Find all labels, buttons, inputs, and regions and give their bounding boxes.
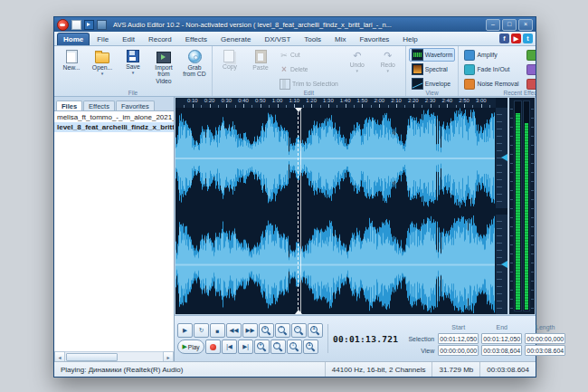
sidebar-tab-effects[interactable]: Effects: [83, 100, 115, 110]
zoom-out-button[interactable]: −: [275, 323, 290, 338]
trim-to-selection-button[interactable]: Trim to Selection: [277, 77, 341, 91]
paste-button[interactable]: Paste: [246, 48, 275, 72]
amplify-button[interactable]: Amplify: [461, 48, 521, 62]
cut-icon: [280, 51, 289, 60]
zoom-vertical-out-button[interactable]: −: [270, 339, 286, 354]
go-to-start-button[interactable]: |◀: [222, 339, 237, 354]
file-list-item[interactable]: melisa_ft_tommo_-_im_alone_2021_(z2.fm).…: [54, 112, 174, 122]
tab-dx-vst[interactable]: DX/VST: [258, 33, 297, 45]
record-button[interactable]: [205, 339, 221, 354]
tab-edit[interactable]: Edit: [116, 33, 141, 45]
channel-left: [175, 108, 507, 208]
meter-bar-right: [523, 100, 530, 311]
grab-from-cd-button[interactable]: Grab from CD: [180, 48, 209, 80]
view-length-value[interactable]: 00:03:08.604: [525, 345, 565, 356]
tab-record[interactable]: Record: [142, 33, 178, 45]
tab-tools[interactable]: Tools: [298, 33, 327, 45]
magnifier-icon: ↔: [294, 326, 304, 336]
sidebar-tab-favorites[interactable]: Favorites: [116, 100, 155, 110]
waveform-right-canvas[interactable]: [175, 215, 495, 315]
save-button[interactable]: Save▾: [119, 48, 147, 77]
timeline-ruler[interactable]: 0:100:200:300:400:501:001:101:201:301:40…: [175, 98, 496, 108]
ribbon-group-recent: AmplifyFade In/OutNoise RemovalEqualizer…: [459, 46, 536, 96]
selection-end-value[interactable]: 00:01:12,050: [481, 333, 522, 344]
view-end-value[interactable]: 00:03:08,604: [481, 345, 522, 356]
copy-button[interactable]: Copy: [215, 48, 244, 72]
folder-icon: [95, 53, 109, 63]
spectral-button[interactable]: Spectral: [409, 62, 456, 76]
ruler-label: 0:10: [187, 98, 198, 103]
new-button[interactable]: New...: [57, 48, 86, 72]
youtube-icon[interactable]: ▶: [511, 33, 521, 43]
magnifier-icon: −: [278, 326, 288, 336]
ruler-label: 0:30: [221, 98, 232, 103]
tab-help[interactable]: Help: [396, 33, 423, 45]
tab-home[interactable]: Home: [57, 33, 90, 45]
envelope-handle-icon[interactable]: [498, 154, 507, 161]
tab-mix[interactable]: Mix: [328, 33, 352, 45]
zoom-full-button[interactable]: ↕: [287, 339, 302, 354]
facebook-icon[interactable]: f: [499, 33, 509, 43]
noise-removal-button[interactable]: Noise Removal: [461, 77, 521, 91]
transport-row-2: ▶Play|◀▶|+−↕1: [177, 339, 323, 354]
rewind-button[interactable]: ◀◀: [226, 323, 242, 338]
copy-label: Copy: [223, 63, 237, 70]
ruler-label: 1:40: [340, 98, 351, 103]
envelope-handle-icon[interactable]: [498, 261, 507, 268]
sidebar-horizontal-scrollbar[interactable]: ◂ ▸: [54, 351, 174, 361]
open-button[interactable]: Open...▾: [88, 48, 117, 78]
selection-marker[interactable]: [298, 108, 299, 314]
zoom-in-button[interactable]: +: [259, 323, 274, 338]
zoom-vertical-in-button[interactable]: +: [254, 339, 270, 354]
zoom-one-to-one-button[interactable]: 1: [303, 339, 318, 354]
main-area: FilesEffectsFavorites melisa_ft_tommo_-_…: [54, 97, 536, 361]
fast-forward-button[interactable]: ▶▶: [242, 323, 258, 338]
waveform-left-canvas[interactable]: [175, 108, 495, 208]
divider: [327, 324, 328, 353]
delete-silence-button[interactable]: Delete Silence: [524, 77, 536, 91]
zoom-ratio-button[interactable]: 1: [308, 323, 323, 338]
channel-gap: [175, 208, 507, 215]
loop-button[interactable]: ↻: [194, 323, 209, 338]
tab-effects[interactable]: Effects: [179, 33, 213, 45]
ruler-label: 1:20: [306, 98, 317, 103]
redo-button[interactable]: Redo▾: [374, 48, 403, 75]
twitter-icon[interactable]: t: [523, 33, 533, 43]
selection-length-value[interactable]: 00:00:00,000: [525, 333, 565, 344]
meter-scale-right: [531, 100, 534, 311]
tab-generate[interactable]: Generate: [214, 33, 257, 45]
zoom-selection-button[interactable]: ↔: [291, 323, 307, 338]
tab-file[interactable]: File: [90, 33, 115, 45]
selection-start-value[interactable]: 00:01:12,050: [438, 333, 479, 344]
column-header-start: Start: [438, 324, 479, 330]
quick-speaker-icon[interactable]: [84, 20, 94, 30]
scrollbar-track[interactable]: [65, 352, 163, 361]
sidebar-tab-files[interactable]: Files: [56, 100, 82, 110]
quick-new-icon[interactable]: [71, 20, 81, 30]
import-from-video-button[interactable]: Import from Video: [149, 48, 178, 86]
play-file-button[interactable]: ▶Play: [177, 339, 204, 354]
go-to-end-button[interactable]: ▶|: [238, 339, 253, 354]
envelope-button[interactable]: Envelope: [409, 77, 456, 91]
file-list-item[interactable]: level_8_feat_archelli_findz_x_britt_lar: [54, 122, 174, 132]
play-button[interactable]: ▶: [177, 323, 193, 338]
ribbon-tab-row: HomeFileEditRecordEffectsGenerateDX/VSTT…: [54, 32, 536, 46]
quick-save-icon[interactable]: [97, 20, 107, 30]
view-start-value[interactable]: 00:00:00,000: [438, 345, 479, 356]
scrollbar-thumb[interactable]: [66, 353, 118, 361]
playhead[interactable]: [300, 108, 301, 314]
maximize-button[interactable]: □: [502, 19, 517, 31]
undo-button[interactable]: Undo▾: [343, 48, 372, 75]
close-button[interactable]: ×: [518, 19, 533, 31]
stop-button[interactable]: ■: [210, 323, 225, 338]
db-scale-left: [495, 108, 507, 208]
tab-favorites[interactable]: Favorites: [353, 33, 395, 45]
cut-button[interactable]: Cut: [277, 48, 341, 62]
equalizer-button[interactable]: Equalizer: [524, 48, 536, 62]
minimize-button[interactable]: –: [486, 19, 500, 31]
delete-button[interactable]: Delete: [277, 62, 341, 76]
tempo-change-button[interactable]: Tempo Change: [524, 62, 536, 76]
social-links: f▶t: [499, 33, 533, 45]
waveform-button[interactable]: Waveform: [409, 48, 456, 62]
fade-in-out-button[interactable]: Fade In/Out: [461, 62, 521, 76]
